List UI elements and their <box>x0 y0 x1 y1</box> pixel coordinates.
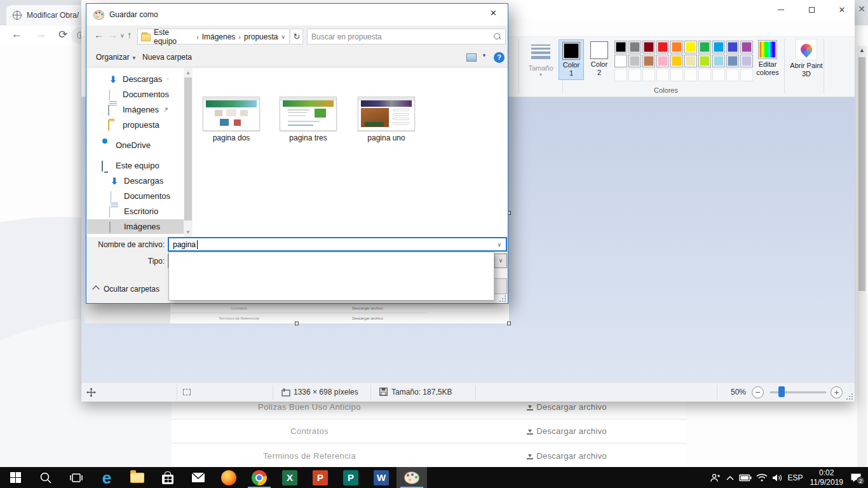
maximize-button[interactable] <box>797 0 826 19</box>
breadcrumb[interactable]: Este equipo › Imágenes › propuesta ∨ <box>137 29 290 44</box>
taskbar-excel[interactable]: X <box>275 467 305 488</box>
file-pagina-dos[interactable]: pagina dos <box>203 97 260 142</box>
palette-color-swatch[interactable] <box>712 41 725 53</box>
color2-button[interactable]: Color 2 <box>587 39 612 80</box>
scroll-down-icon[interactable]: ▼ <box>184 229 193 235</box>
taskbar-chrome[interactable] <box>244 467 275 488</box>
sidebar-item-onedrive[interactable]: OneDrive <box>87 138 175 152</box>
palette-color-swatch[interactable] <box>614 41 627 53</box>
edit-colors-button[interactable]: Editar colores <box>750 39 785 76</box>
taskbar-paint[interactable] <box>397 467 427 488</box>
palette-color-swatch[interactable] <box>712 55 725 67</box>
breadcrumb-propuesta[interactable]: propuesta <box>244 32 278 41</box>
palette-color-swatch[interactable] <box>656 41 669 53</box>
sidebar-item-pc-descargas[interactable]: ⬇ Descargas <box>87 173 175 188</box>
history-chevron-icon[interactable]: ∨ <box>120 32 125 39</box>
wifi-icon[interactable] <box>756 473 768 482</box>
download-link[interactable]: Descargar archivo <box>447 426 686 436</box>
resize-handle-bottom[interactable] <box>295 322 299 325</box>
palette-empty-slot[interactable] <box>656 69 669 81</box>
palette-color-swatch[interactable] <box>642 41 655 53</box>
taskbar-word[interactable]: W <box>366 467 397 488</box>
sidebar-item-este-equipo[interactable]: Este equipo <box>87 158 175 173</box>
task-view-button[interactable] <box>61 467 92 488</box>
palette-color-swatch[interactable] <box>698 55 711 67</box>
type-dropdown-button[interactable]: ∨ <box>494 254 506 268</box>
filename-dropdown-icon[interactable]: ∨ <box>497 241 506 248</box>
sidebar-item-pc-documentos[interactable]: Documentos <box>87 189 175 203</box>
palette-color-swatch[interactable] <box>726 41 739 53</box>
breadcrumb-this-pc[interactable]: Este equipo <box>154 28 193 46</box>
dialog-titlebar[interactable]: Guardar como ✕ <box>86 4 508 25</box>
search-box[interactable]: Buscar en propuesta <box>307 29 506 44</box>
canvas-image[interactable]: Contratos Descargar archivo Terminos de … <box>85 304 509 323</box>
taskbar-file-explorer[interactable] <box>122 467 153 488</box>
zoom-out-button[interactable]: − <box>752 386 764 398</box>
taskbar-edge[interactable]: e <box>92 467 122 488</box>
taskbar-firefox[interactable] <box>214 467 244 488</box>
palette-empty-slot[interactable] <box>712 69 725 81</box>
start-button[interactable] <box>0 467 31 488</box>
palette-empty-slot[interactable] <box>726 69 739 81</box>
sidebar-item-imagenes[interactable]: Imágenes <box>87 102 175 117</box>
size-button[interactable]: Tamaño ▾ <box>524 40 557 78</box>
sidebar-scrollbar[interactable]: ▲ ▼ <box>184 68 193 237</box>
palette-color-swatch[interactable] <box>670 41 683 53</box>
palette-color-swatch[interactable] <box>614 55 627 67</box>
back-icon[interactable]: ← <box>94 29 104 40</box>
file-pagina-uno[interactable]: pagina uno <box>358 97 415 142</box>
palette-color-swatch[interactable] <box>726 55 739 67</box>
palette-color-swatch[interactable] <box>698 41 711 53</box>
breadcrumb-images[interactable]: Imágenes <box>202 32 236 41</box>
palette-empty-slot[interactable] <box>614 69 627 81</box>
taskbar-search-button[interactable] <box>31 467 61 488</box>
taskbar-clock[interactable]: 0:02 11/9/2019 <box>808 468 846 487</box>
open-paint3d-button[interactable]: Abrir Paint 3D <box>788 39 825 78</box>
breadcrumb-dropdown-icon[interactable]: ∨ <box>281 34 289 40</box>
taskbar-store[interactable] <box>153 467 183 488</box>
filename-autocomplete-dropdown[interactable] <box>168 252 494 301</box>
palette-color-swatch[interactable] <box>684 41 697 53</box>
scroll-up-icon[interactable]: ▲ <box>184 70 193 76</box>
filename-input[interactable]: pagina ∨ <box>168 237 507 252</box>
minimize-button[interactable] <box>766 0 796 19</box>
hide-folders-button[interactable]: Ocultar carpetas <box>93 285 159 294</box>
sidebar-item-pc-escritorio[interactable]: Escritorio <box>87 204 175 219</box>
refresh-button[interactable]: ↻ <box>291 29 303 44</box>
views-dropdown-icon[interactable]: ▼ <box>482 53 487 58</box>
palette-color-swatch[interactable] <box>656 55 669 67</box>
new-folder-button[interactable]: Nueva carpeta <box>142 53 192 62</box>
palette-empty-slot[interactable] <box>684 69 697 81</box>
palette-empty-slot[interactable] <box>670 69 683 81</box>
palette-empty-slot[interactable] <box>698 69 711 81</box>
hidden-icons-chevron[interactable] <box>726 475 735 481</box>
download-link[interactable]: Descargar archivo <box>447 402 686 412</box>
up-icon[interactable]: ↑ <box>127 29 132 40</box>
zoom-slider-thumb[interactable] <box>778 386 785 397</box>
palette-color-swatch[interactable] <box>684 55 697 67</box>
people-icon[interactable] <box>710 473 721 483</box>
palette-color-swatch[interactable] <box>670 55 683 67</box>
views-button[interactable] <box>466 53 477 64</box>
scrollbar-thumb[interactable] <box>858 57 865 291</box>
browser-close-button[interactable]: ✕ <box>858 4 865 14</box>
resize-handle-corner[interactable] <box>507 322 511 325</box>
scrollbar-thumb[interactable] <box>184 78 192 220</box>
zoom-in-button[interactable]: + <box>831 386 843 398</box>
browser-back-button[interactable]: ← <box>11 28 22 41</box>
action-center-button[interactable]: 2 <box>850 473 862 483</box>
search-icon[interactable] <box>493 32 501 41</box>
scroll-up-icon[interactable]: ▲ <box>857 47 867 53</box>
sidebar-item-pc-imagenes[interactable]: Imágenes <box>87 219 184 234</box>
sidebar-item-documentos[interactable]: Documentos <box>87 87 175 102</box>
help-button[interactable]: ? <box>494 52 505 63</box>
window-resize-grip[interactable] <box>846 393 853 400</box>
sidebar-item-descargas[interactable]: ⬇ Descargas <box>87 72 175 86</box>
palette-color-swatch[interactable] <box>628 55 641 67</box>
file-pagina-tres[interactable]: pagina tres <box>280 97 337 142</box>
browser-scrollbar[interactable]: ▲ <box>857 46 867 467</box>
palette-color-swatch[interactable] <box>628 41 641 53</box>
download-link[interactable]: Descargar archivo <box>447 451 686 461</box>
palette-empty-slot[interactable] <box>642 69 655 81</box>
volume-icon[interactable] <box>772 473 783 482</box>
